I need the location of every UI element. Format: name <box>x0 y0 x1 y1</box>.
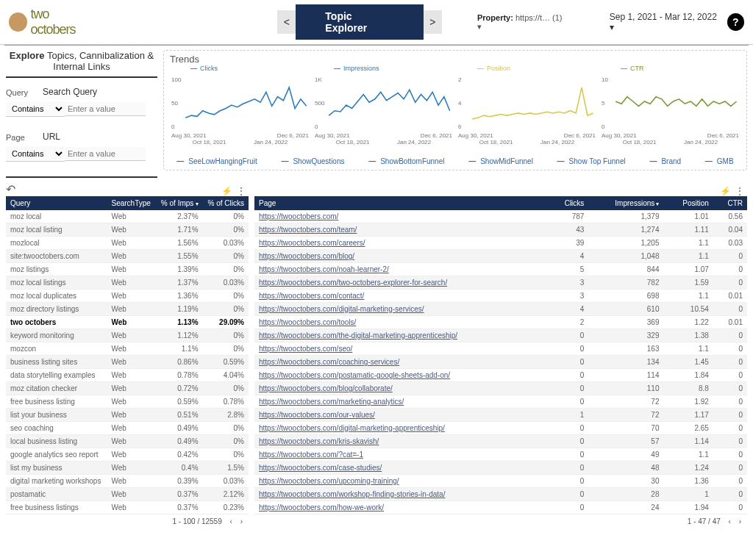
table-row[interactable]: site:twooctobers.comWeb1.55%0% <box>6 250 249 263</box>
table-row[interactable]: https://twooctobers.com/careers/391,2051… <box>254 237 747 250</box>
page-link[interactable]: https://twooctobers.com/blog/collaborate… <box>259 384 393 392</box>
pager-prev[interactable]: ‹ <box>729 517 731 525</box>
table-row[interactable]: data storytelling examplesWeb0.78%4.04% <box>6 369 249 382</box>
table-row[interactable]: keyword monitoringWeb1.12%0% <box>6 329 249 342</box>
page-link[interactable]: https://twooctobers.com/seo/ <box>259 345 352 353</box>
table-row[interactable]: https://twooctobers.com/kris-skavish/057… <box>254 435 747 448</box>
table-row[interactable]: moz localWeb2.37%0% <box>6 210 249 223</box>
page-link[interactable]: https://twooctobers.com/our-values/ <box>259 411 375 419</box>
table-row[interactable]: https://twooctobers.com/our-values/1721.… <box>254 409 747 422</box>
page-link[interactable]: https://twooctobers.com/careers/ <box>259 239 365 247</box>
table-row[interactable]: https://twooctobers.com/blog/41,0481.10 <box>254 250 747 263</box>
table-row[interactable]: https://twooctobers.com/?cat=-10491.10 <box>254 448 747 462</box>
page-link[interactable]: https://twooctobers.com/ <box>259 212 338 220</box>
col-header[interactable]: SearchType <box>107 196 156 210</box>
table-row[interactable]: https://twooctobers.com/blog/collaborate… <box>254 382 747 395</box>
nav-next-button[interactable]: > <box>424 10 442 34</box>
page-link[interactable]: https://twooctobers.com/two-octobers-exp… <box>259 279 447 287</box>
table-row[interactable]: https://twooctobers.com/tools/23691.220.… <box>254 316 747 329</box>
tag-showbottomfunnel[interactable]: ShowBottomFunnel <box>368 157 444 165</box>
table-row[interactable]: google analytics seo reportWeb0.42%0% <box>6 448 249 462</box>
pager-next[interactable]: › <box>739 517 741 525</box>
table-row[interactable]: free business listingWeb0.59%0.78% <box>6 395 249 409</box>
table-row[interactable]: https://twooctobers.com/two-octobers-exp… <box>254 276 747 290</box>
page-link[interactable]: https://twooctobers.com/postamatic-googl… <box>259 371 450 379</box>
col-header[interactable]: CTR <box>713 196 747 210</box>
col-header[interactable]: Impressions <box>588 196 663 210</box>
col-header[interactable]: % of Imps <box>156 196 203 210</box>
query-input[interactable] <box>65 102 146 116</box>
page-link[interactable]: https://twooctobers.com/blog/ <box>259 252 354 260</box>
col-header[interactable]: Clicks <box>549 196 589 210</box>
bolt-icon[interactable]: ⚡ <box>720 186 731 196</box>
table-row[interactable]: free business listingsWeb0.37%0.23% <box>6 501 249 514</box>
table-row[interactable]: https://twooctobers.com/the-digital-mark… <box>254 329 747 342</box>
page-input[interactable] <box>65 147 146 161</box>
table-row[interactable]: https://twooctobers.com/7871,3791.010.56 <box>254 210 747 223</box>
table-row[interactable]: local business listingWeb0.49%0% <box>6 435 249 448</box>
col-header[interactable]: Page <box>254 196 549 210</box>
col-header[interactable]: % of Clicks <box>203 196 249 210</box>
page-link[interactable]: https://twooctobers.com/digital-marketin… <box>259 305 424 313</box>
nav-prev-button[interactable]: < <box>277 10 296 34</box>
page-link[interactable]: https://twooctobers.com/tools/ <box>259 318 356 326</box>
table-row[interactable]: https://twooctobers.com/digital-marketin… <box>254 303 747 316</box>
table-row[interactable]: moz citation checkerWeb0.72%0% <box>6 382 249 395</box>
tag-showmidfunnel[interactable]: ShowMidFunnel <box>468 157 533 165</box>
page-link[interactable]: https://twooctobers.com/kris-skavish/ <box>259 437 379 445</box>
table-row[interactable]: digital marketing workshopsWeb0.39%0.03% <box>6 475 249 488</box>
pager-prev[interactable]: ‹ <box>230 517 232 525</box>
help-icon[interactable]: ? <box>727 13 744 31</box>
table-row[interactable]: https://twooctobers.com/digital-marketin… <box>254 422 747 435</box>
tag-seelowhangingfruit[interactable]: SeeLowHangingFruit <box>176 157 257 165</box>
page-link[interactable]: https://twooctobers.com/team/ <box>259 226 357 234</box>
table-row[interactable]: postamaticWeb0.37%2.12% <box>6 488 249 501</box>
query-op-select[interactable]: Contains <box>6 101 65 117</box>
tag-show-top-funnel[interactable]: Show Top Funnel <box>557 157 626 165</box>
table-row[interactable]: list my businessWeb0.4%1.5% <box>6 462 249 475</box>
page-link[interactable]: https://twooctobers.com/upcoming-trainin… <box>259 477 399 485</box>
table-row[interactable]: https://twooctobers.com/coaching-service… <box>254 356 747 369</box>
pager-next[interactable]: › <box>240 517 243 525</box>
page-link[interactable]: https://twooctobers.com/how-we-work/ <box>259 503 384 511</box>
property-selector[interactable]: Property: https://t… (1) ▾ <box>477 13 567 32</box>
more-icon[interactable]: ⋮ <box>237 186 246 196</box>
table-row[interactable]: mozconWeb1.1%0% <box>6 342 249 356</box>
page-link[interactable]: https://twooctobers.com/?cat=-1 <box>259 450 363 459</box>
table-row[interactable]: moz directory listingsWeb1.19%0% <box>6 303 249 316</box>
table-row[interactable]: moz local duplicatesWeb1.36%0% <box>6 290 249 303</box>
table-row[interactable]: moz local listingWeb1.71%0% <box>6 223 249 237</box>
table-row[interactable]: two octobersWeb1.13%29.09% <box>6 316 249 329</box>
table-row[interactable]: moz local listingsWeb1.37%0.03% <box>6 276 249 290</box>
table-row[interactable]: business listing sitesWeb0.86%0.59% <box>6 356 249 369</box>
table-row[interactable]: https://twooctobers.com/postamatic-googl… <box>254 369 747 382</box>
bolt-icon[interactable]: ⚡ <box>221 186 232 196</box>
table-row[interactable]: https://twooctobers.com/workshop-finding… <box>254 488 747 501</box>
page-link[interactable]: https://twooctobers.com/noah-learner-2/ <box>259 265 389 273</box>
tag-gmb[interactable]: GMB <box>705 157 734 165</box>
page-link[interactable]: https://twooctobers.com/digital-marketin… <box>259 424 445 432</box>
page-link[interactable]: https://twooctobers.com/coaching-service… <box>259 358 399 366</box>
table-row[interactable]: https://twooctobers.com/noah-learner-2/5… <box>254 263 747 276</box>
col-header[interactable]: Query <box>6 196 107 210</box>
table-row[interactable]: https://twooctobers.com/team/431,2741.11… <box>254 223 747 237</box>
table-row[interactable]: mozlocalWeb1.56%0.03% <box>6 237 249 250</box>
tag-showquestions[interactable]: ShowQuestions <box>281 157 344 165</box>
page-link[interactable]: https://twooctobers.com/contact/ <box>259 292 364 300</box>
tag-brand[interactable]: Brand <box>649 157 681 165</box>
col-header[interactable]: Position <box>663 196 713 210</box>
table-row[interactable]: https://twooctobers.com/upcoming-trainin… <box>254 475 747 488</box>
date-range-picker[interactable]: Sep 1, 2021 - Mar 12, 2022 ▾ <box>610 12 721 32</box>
table-row[interactable]: https://twooctobers.com/marketing-analyt… <box>254 395 747 409</box>
table-row[interactable]: https://twooctobers.com/seo/01631.10 <box>254 342 747 356</box>
page-link[interactable]: https://twooctobers.com/case-studies/ <box>259 464 382 472</box>
page-link[interactable]: https://twooctobers.com/marketing-analyt… <box>259 398 404 406</box>
table-row[interactable]: https://twooctobers.com/case-studies/048… <box>254 462 747 475</box>
undo-icon[interactable]: ↶ <box>6 182 157 196</box>
table-row[interactable]: seo coachingWeb0.49%0% <box>6 422 249 435</box>
table-row[interactable]: list your businessWeb0.51%2.8% <box>6 409 249 422</box>
more-icon[interactable]: ⋮ <box>735 186 744 196</box>
table-row[interactable]: moz listingsWeb1.39%0% <box>6 263 249 276</box>
table-row[interactable]: https://twooctobers.com/how-we-work/0241… <box>254 501 747 514</box>
table-row[interactable]: https://twooctobers.com/contact/36981.10… <box>254 290 747 303</box>
